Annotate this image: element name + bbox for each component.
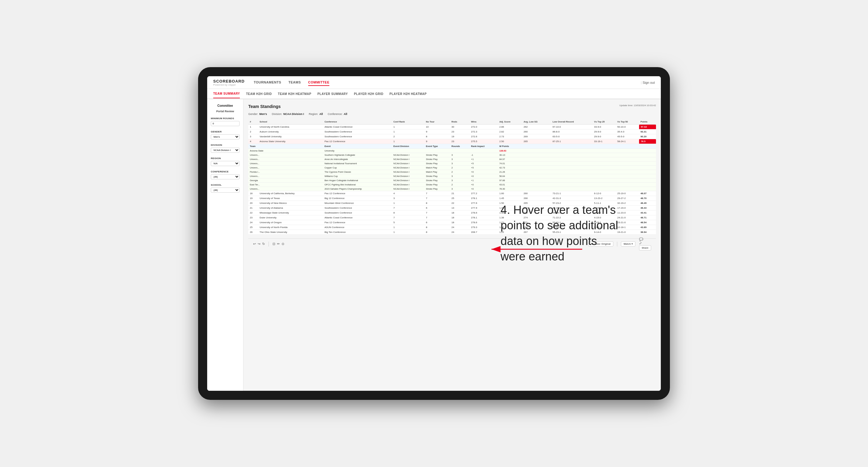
points-cell[interactable]: 38.94 xyxy=(639,230,656,235)
comment-icon[interactable]: 💬 ⤢ Share xyxy=(639,238,651,250)
conference-cell: Southeastern Conference xyxy=(323,206,392,211)
exp-type-cell: Stroke Play xyxy=(424,157,450,161)
wins-cell: 278.1 xyxy=(470,215,498,220)
tab-team-summary[interactable]: TEAM SUMMARY xyxy=(213,90,240,98)
adj-score-cell: 2.73 xyxy=(498,134,522,139)
sidebar-school-label: School xyxy=(211,184,240,186)
points-cell[interactable]: 48.07 xyxy=(639,191,656,196)
share-button[interactable]: Share xyxy=(639,245,651,250)
rnds-cell: 13 xyxy=(450,206,470,211)
points-cell[interactable]: 48.71 xyxy=(639,215,656,220)
tablet-screen: SCOREBOARD Powered by clippd TOURNAMENTS… xyxy=(207,76,661,391)
exp-event-cell: Copper Cup xyxy=(323,166,392,170)
nav-teams[interactable]: TEAMS xyxy=(288,79,301,86)
no-tour-cell: 8 xyxy=(424,201,450,206)
camera-icon[interactable]: ⊡ xyxy=(273,242,275,246)
expanded-header-row: Team Event Event Division Event Type Rou… xyxy=(248,144,656,149)
rank-cell: 24 xyxy=(248,220,258,225)
refresh-button[interactable]: ↻ xyxy=(262,242,265,246)
col-rank: # xyxy=(248,119,258,125)
tab-team-h2h-grid[interactable]: TEAM H2H GRID xyxy=(246,90,272,98)
sidebar-conference: Conference (All) xyxy=(211,170,240,179)
conf-rank-cell: 1 xyxy=(392,201,425,206)
conference-cell: Southeastern Conference xyxy=(323,129,392,134)
tab-player-h2h-grid[interactable]: PLAYER H2H GRID xyxy=(354,90,383,98)
exp-rounds-cell: 3 xyxy=(450,161,470,166)
exp-event-cell: University xyxy=(323,149,392,153)
rnds-cell: 19 xyxy=(450,134,470,139)
points-cell[interactable]: 78.5 xyxy=(639,139,656,144)
wins-cell: 272.6 xyxy=(470,134,498,139)
points-cell[interactable]: 48.43 xyxy=(639,206,656,211)
nav-tournaments[interactable]: TOURNAMENTS xyxy=(254,79,281,86)
conference-cell: Pac-12 Conference xyxy=(323,191,392,196)
points-cell[interactable]: 43.41 xyxy=(639,211,656,215)
filter-gender-value: Men's xyxy=(259,113,267,116)
exp-event-cell: OFCC Fighting Illini Invitational xyxy=(323,183,392,187)
col-low-overall: Low Overall Record xyxy=(551,119,592,125)
region-select[interactable]: N/A All xyxy=(211,161,240,166)
avg-low-sg-cell: 260 xyxy=(522,191,551,196)
undo-redo-group: ↩ ↪ ↻ xyxy=(253,242,265,246)
school-cell: Mississippi State University xyxy=(258,211,323,215)
filter-division: Division: NCAA Division I xyxy=(272,113,304,116)
points-cell[interactable]: 48.49 xyxy=(639,201,656,206)
rank-cell: 2 xyxy=(248,129,258,134)
exp-rounds-cell: 3 xyxy=(450,179,470,183)
exp-team-cell: Florida I... xyxy=(248,170,323,174)
points-cell[interactable]: 48.54 xyxy=(639,220,656,225)
exp-rank-impact-cell: -1 xyxy=(470,153,498,157)
filter-conference: Conference: All xyxy=(328,113,347,116)
filter-division-label: Division: xyxy=(272,113,282,116)
vs-top25-cell: 29-9-0 xyxy=(592,129,616,134)
school-select[interactable]: (All) xyxy=(211,188,240,193)
nav-committee[interactable]: COMMITTEE xyxy=(308,79,330,86)
clock-icon[interactable]: ⊙ xyxy=(282,242,284,246)
tab-team-h2h-heatmap[interactable]: TEAM H2H HEATMAP xyxy=(278,90,311,98)
gender-select[interactable]: Men's Women's xyxy=(211,134,240,139)
conference-cell: Big 12 Conference xyxy=(323,196,392,201)
tools-group: ⊡ ✏ ⊙ xyxy=(273,242,284,246)
conf-rank-cell: 1 xyxy=(392,230,425,235)
school-cell: Auburn University xyxy=(258,129,323,134)
vs-top25-cell: 33-19-1 xyxy=(592,139,616,144)
tab-player-h2h-heatmap[interactable]: PLAYER H2H HEATMAP xyxy=(390,90,427,98)
redo-button[interactable]: ↪ xyxy=(258,242,260,246)
wins-cell: 208.7 xyxy=(470,230,498,235)
sign-out-link[interactable]: Sign out xyxy=(641,81,655,84)
points-cell[interactable]: 43.89 xyxy=(639,225,656,230)
conf-rank-cell: 2 xyxy=(392,134,425,139)
tab-player-summary[interactable]: PLAYER SUMMARY xyxy=(317,90,348,98)
exp-rank-impact-cell: +0 xyxy=(470,170,498,174)
school-cell: University of California, Berkeley xyxy=(258,191,323,196)
rank-cell: 1 xyxy=(248,125,258,129)
exp-type-cell: Match Play xyxy=(424,166,450,170)
sub-nav: TEAM SUMMARY TEAM H2H GRID TEAM H2H HEAT… xyxy=(207,89,661,99)
table-row: 1 University of North Carolina Atlantic … xyxy=(248,125,656,129)
expanded-data-row: Univers... 2023 Sahalee Players Champion… xyxy=(248,187,656,191)
exp-wpoints-cell: 42.73 xyxy=(498,166,656,170)
undo-button[interactable]: ↩ xyxy=(253,242,256,246)
min-rounds-input[interactable] xyxy=(211,121,240,126)
conference-cell: Southeastern Conference xyxy=(323,134,392,139)
watch-button[interactable]: Watch ▾ xyxy=(621,241,636,247)
exp-wpoints-cell: 84.97 xyxy=(498,157,656,161)
points-cell[interactable]: 97.02 xyxy=(639,125,656,129)
points-cell[interactable]: 48.70 xyxy=(639,196,656,201)
exp-rank-impact-cell xyxy=(470,149,498,153)
paint-icon[interactable]: ✏ xyxy=(277,242,280,246)
rank-cell: 3 xyxy=(248,134,258,139)
report-title: Team Standings xyxy=(248,104,281,109)
rank-cell: 19 xyxy=(248,196,258,201)
expand-icon[interactable]: ⤢ Share xyxy=(639,241,651,250)
col-no-tour: No Tour xyxy=(424,119,450,125)
points-cell[interactable]: 93.31 xyxy=(639,129,656,134)
adj-score-cell: 2.82 xyxy=(498,129,522,134)
low-overall-cell: 86-8-0 xyxy=(551,129,592,134)
points-cell[interactable]: 90.20 xyxy=(639,134,656,139)
conference-select[interactable]: (All) xyxy=(211,174,240,179)
wins-cell: 277.9 xyxy=(470,206,498,211)
col-vs-top50: Vs Top 50 xyxy=(616,119,639,125)
division-select[interactable]: NCAA Division I NCAA Division II xyxy=(211,148,240,153)
col-conference: Conference xyxy=(323,119,392,125)
